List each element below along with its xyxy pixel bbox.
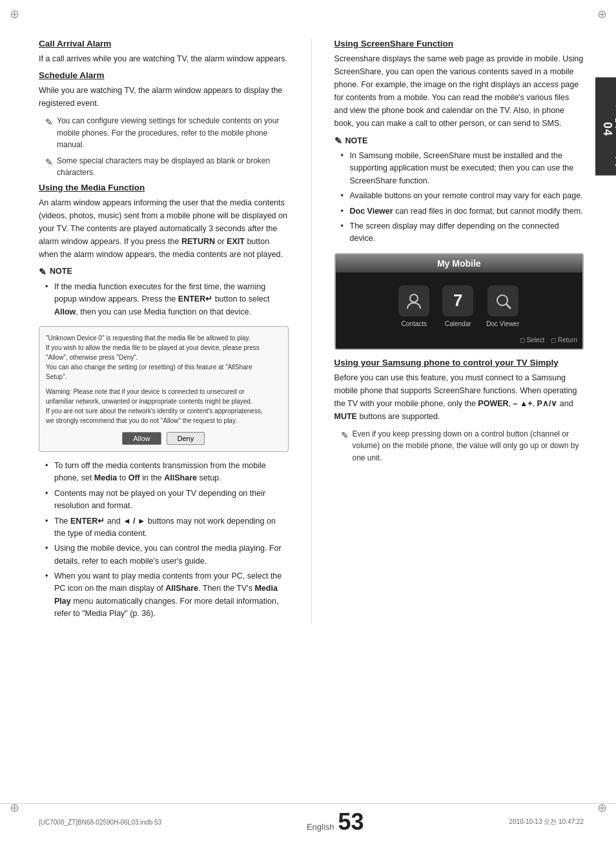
screenshare-note-4: The screen display may differ depending … (341, 220, 584, 245)
page-footer: [UC7000_ZT]BN68-02590H-06L03.indb 53 Eng… (0, 803, 616, 834)
call-arrival-alarm-heading: Call Arrival Alarm (39, 39, 289, 48)
calendar-label: Calendar (445, 320, 471, 327)
media-note-item-1: If the media function executes for the f… (45, 281, 289, 318)
contacts-icon-item: Contacts (398, 285, 429, 327)
screenshare-note-1: In Samsung mobile, ScreenShare must be i… (341, 150, 584, 187)
media-note-list: If the media function executes for the f… (45, 281, 289, 318)
svg-point-1 (497, 295, 508, 305)
schedule-alarm-text: While you are watching TV, the alarm win… (39, 84, 289, 110)
samsung-phone-note: ✎ Even if you keep pressing down on a co… (341, 428, 584, 464)
lower-bullet-4: Using the mobile device, you can control… (45, 542, 289, 568)
my-mobile-title-bar: My Mobile (336, 254, 583, 272)
screenshare-text: Screenshare displays the same web page a… (334, 52, 584, 130)
note-icon-media: ✎ (39, 267, 46, 277)
call-arrival-alarm-text: If a call arrives while you are watching… (39, 52, 289, 65)
media-function-section: Using the Media Function An alarm window… (39, 183, 289, 318)
footer-english-label: English (307, 822, 334, 832)
dialog-buttons: Allow Deny (46, 432, 282, 445)
chapter-number: 04 (601, 90, 614, 168)
schedule-note-2-text: Some special characters may be displayed… (57, 155, 289, 179)
lower-bullet-1: To turn off the media contents transmiss… (45, 460, 289, 485)
my-mobile-content: Contacts 7 Calendar Doc Viewer (336, 272, 583, 334)
media-function-text: An alarm window appears informing the us… (39, 196, 289, 261)
samsung-phone-heading: Using your Samsung phone to control your… (334, 358, 584, 367)
footer-page-number: English 53 (307, 810, 364, 834)
media-function-heading: Using the Media Function (39, 183, 289, 192)
doc-viewer-label: Doc Viewer (486, 320, 519, 327)
schedule-note-1-text: You can configure viewing settings for s… (57, 115, 289, 151)
screenshare-note-list: In Samsung mobile, ScreenShare must be i… (341, 150, 584, 245)
schedule-note-1: ✎ You can configure viewing settings for… (45, 115, 289, 151)
schedule-note-2: ✎ Some special characters may be display… (45, 155, 289, 179)
right-column: Using ScreenShare Function Screenshare d… (334, 39, 584, 624)
dialog-warning-text: Warning: Please note that if your device… (46, 387, 282, 426)
note-header-media: ✎ NOTE (39, 266, 289, 277)
doc-viewer-icon (488, 285, 518, 316)
dialog-box: "Unknown Device 0" is requesting that th… (39, 326, 289, 452)
doc-viewer-icon-item: Doc Viewer (486, 285, 519, 327)
footer-select: ◻ Select (520, 336, 545, 344)
lower-bullet-3: The ENTER↵ and ◄ / ► buttons may not wor… (45, 515, 289, 540)
screenshare-heading: Using ScreenShare Function (334, 39, 584, 48)
calendar-icon: 7 (442, 285, 473, 316)
screenshare-note-icon: ✎ (334, 136, 342, 146)
my-mobile-footer: ◻ Select ◻ Return (336, 334, 583, 349)
screenshare-note-2: Available buttons on your remote control… (341, 190, 584, 202)
footer-number: 53 (338, 810, 364, 834)
note-header-label: NOTE (50, 267, 72, 276)
allow-button[interactable]: Allow (122, 432, 161, 445)
lower-bullet-list: To turn off the media contents transmiss… (45, 460, 289, 621)
lower-bullet-2: Contents may not be played on your TV de… (45, 488, 289, 513)
crosshair-top-left: ⊕ (8, 8, 21, 21)
deny-button[interactable]: Deny (167, 432, 205, 445)
svg-line-2 (506, 304, 511, 309)
screenshare-note-header: ✎ NOTE (334, 135, 584, 146)
footer-timestamp: 2010-10-13 오전 10:47:22 (509, 817, 584, 827)
note-icon-2: ✎ (45, 156, 53, 170)
samsung-phone-note-icon: ✎ (341, 429, 349, 443)
schedule-alarm-heading: Schedule Alarm (39, 70, 289, 80)
contacts-icon (398, 285, 429, 316)
footer-return: ◻ Return (551, 336, 577, 344)
page-container: ⊕ ⊕ ⊕ ⊕ 04 Advanced Features Call Arriva… (0, 0, 616, 853)
footer-file-info: [UC7000_ZT]BN68-02590H-06L03.indb 53 (39, 819, 161, 826)
column-divider (311, 39, 312, 624)
dialog-main-text: "Unknown Device 0" is requesting that th… (46, 333, 282, 382)
crosshair-top-right: ⊕ (595, 8, 608, 21)
screenshare-note-label: NOTE (345, 136, 368, 145)
svg-point-0 (410, 294, 418, 302)
samsung-phone-section: Using your Samsung phone to control your… (334, 358, 584, 464)
schedule-alarm-section: Schedule Alarm While you are watching TV… (39, 70, 289, 179)
left-column: Call Arrival Alarm If a call arrives whi… (39, 39, 289, 624)
samsung-phone-note-text: Even if you keep pressing down on a cont… (353, 428, 584, 464)
my-mobile-box: My Mobile Contacts 7 Calendar (334, 253, 584, 350)
main-content: Call Arrival Alarm If a call arrives whi… (0, 0, 616, 663)
lower-bullet-5: When you want to play media contents fro… (45, 570, 289, 621)
screenshare-note-3: Doc Viewer can read files in doc format,… (341, 205, 584, 218)
samsung-phone-text: Before you can use this feature, you mus… (334, 371, 584, 423)
note-icon-1: ✎ (45, 116, 53, 130)
calendar-icon-item: 7 Calendar (442, 285, 473, 327)
chapter-tab: 04 Advanced Features (595, 77, 616, 176)
contacts-label: Contacts (402, 320, 427, 327)
call-arrival-alarm-section: Call Arrival Alarm If a call arrives whi… (39, 39, 289, 65)
screenshare-section: Using ScreenShare Function Screenshare d… (334, 39, 584, 245)
